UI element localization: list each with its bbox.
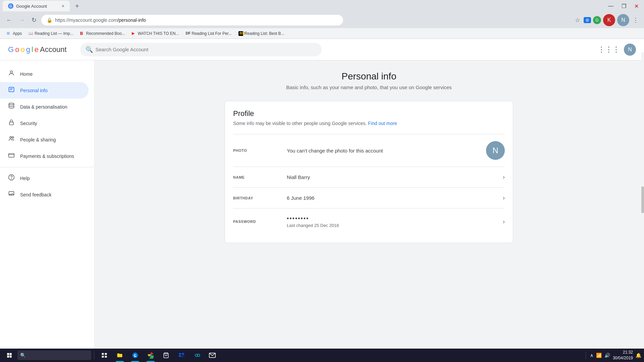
- wifi-icon[interactable]: 📶: [596, 353, 602, 358]
- refresh-button[interactable]: ↻: [30, 15, 39, 25]
- bookmark-808-label: Reading List: Best B...: [245, 31, 284, 36]
- extension-icon-1[interactable]: ⊞: [584, 17, 591, 23]
- taskbar: 🔍: [0, 349, 644, 362]
- bookmark-apps[interactable]: ⊞ Apps: [4, 31, 24, 37]
- edge-button[interactable]: [128, 349, 143, 362]
- profile-card-desc-text: Some info may be visible to other people…: [233, 121, 367, 126]
- search-icon: 🔍: [86, 46, 93, 53]
- sidebar-item-people[interactable]: People & sharing: [0, 131, 89, 148]
- bookmark-df[interactable]: DF Reading List For Per...: [183, 31, 234, 37]
- tab-favicon: G: [8, 3, 13, 9]
- minimize-button[interactable]: —: [605, 2, 616, 10]
- birthday-chevron-icon: ›: [503, 194, 505, 201]
- start-button[interactable]: [3, 349, 16, 362]
- svg-rect-5: [9, 122, 13, 125]
- svg-point-7: [12, 136, 14, 138]
- infinity-button[interactable]: [190, 349, 204, 362]
- shopping-button[interactable]: [159, 349, 173, 362]
- home-icon: [8, 70, 15, 78]
- close-button[interactable]: ✕: [632, 2, 641, 11]
- forward-button[interactable]: →: [17, 15, 27, 25]
- taskview-button[interactable]: [97, 349, 112, 362]
- header-user-avatar[interactable]: K: [603, 14, 615, 26]
- sidebar-item-help-label: Help: [20, 176, 30, 181]
- maximize-button[interactable]: ❐: [619, 2, 629, 11]
- payments-icon: [8, 152, 15, 160]
- back-button[interactable]: ←: [4, 15, 14, 25]
- name-label: NAME: [233, 175, 287, 179]
- birthday-value: 6 June 1996: [287, 195, 503, 201]
- sidebar-item-personal-info[interactable]: Personal info: [0, 82, 89, 99]
- google-account-logo: Google Account: [8, 45, 67, 54]
- sidebar-item-home[interactable]: Home: [0, 66, 89, 82]
- taskbar-search-icon: 🔍: [20, 353, 26, 358]
- sidebar: Home Personal info Data & personalisatio…: [0, 60, 94, 349]
- page-title: Personal info: [107, 71, 631, 82]
- svg-rect-15: [102, 356, 104, 358]
- volume-icon[interactable]: 🔊: [604, 353, 610, 358]
- apps-bookmark-icon: ⊞: [7, 31, 11, 36]
- svg-rect-8: [9, 154, 14, 157]
- scrollbar-thumb[interactable]: [641, 186, 644, 213]
- birthday-label: BIRTHDAY: [233, 196, 287, 200]
- taskbar-right: ∧ 📶 🔊 21:32 30/04/2019 🔔: [584, 350, 641, 361]
- address-text: https://myaccount.google.com/personal-in…: [55, 17, 146, 23]
- password-label: PASSWORD: [233, 220, 287, 224]
- 808-icon: 808: [238, 31, 243, 36]
- data-icon: [8, 103, 15, 111]
- bookmark-recommended[interactable]: B Recommended Boo...: [77, 31, 128, 37]
- bookmark-star-button[interactable]: ☆: [574, 15, 582, 25]
- chrome-button[interactable]: [143, 349, 158, 362]
- extension-icon-2[interactable]: G: [593, 16, 601, 24]
- tab-close-button[interactable]: ×: [62, 3, 64, 9]
- sidebar-divider: [0, 167, 94, 167]
- browser-tab[interactable]: G Google Account ×: [3, 1, 70, 11]
- password-last-changed: Last changed 25 Dec 2018: [287, 223, 503, 228]
- apps-grid-icon[interactable]: ⋮⋮⋮: [598, 45, 620, 54]
- page-subtitle: Basic info, such as your name and photo,…: [107, 84, 631, 90]
- logo-letter-g2: g: [26, 45, 30, 54]
- password-dots: ••••••••: [287, 215, 503, 222]
- taskbar-clock[interactable]: 21:32 30/04/2019: [613, 350, 633, 361]
- sidebar-item-feedback[interactable]: Send feedback: [0, 186, 89, 203]
- name-value: Niall Barry: [287, 174, 503, 180]
- sidebar-item-help[interactable]: Help: [0, 170, 89, 186]
- birthday-row[interactable]: BIRTHDAY 6 June 1996 ›: [233, 187, 505, 208]
- lock-icon: 🔒: [47, 17, 52, 23]
- logo-letter-g: G: [8, 45, 14, 54]
- svg-rect-16: [105, 356, 107, 358]
- bookmark-808[interactable]: 808 Reading List: Best B...: [236, 31, 287, 37]
- svg-point-11: [11, 179, 12, 179]
- password-row[interactable]: PASSWORD •••••••• Last changed 25 Dec 20…: [233, 208, 505, 235]
- search-box[interactable]: 🔍: [80, 43, 322, 56]
- bookmark-youtube[interactable]: ▶ WATCH THIS TO EN...: [129, 31, 182, 37]
- bookmark-reading-list[interactable]: 📖 Reading List — Imp...: [26, 31, 76, 37]
- sidebar-item-payments[interactable]: Payments & subscriptions: [0, 148, 89, 164]
- mail-button[interactable]: [205, 349, 220, 362]
- dropbox-button[interactable]: [174, 349, 189, 362]
- notification-bell-icon[interactable]: 🔔: [636, 353, 641, 358]
- bookmark-recommended-label: Recommended Boo...: [86, 31, 125, 36]
- menu-button[interactable]: ⋮: [631, 15, 640, 25]
- address-bar[interactable]: 🔒 https://myaccount.google.com/personal-…: [41, 15, 343, 25]
- search-input[interactable]: [96, 47, 316, 52]
- new-tab-button[interactable]: +: [72, 1, 82, 11]
- sidebar-item-data[interactable]: Data & personalisation: [0, 99, 89, 115]
- photo-avatar: N: [486, 141, 505, 160]
- profile-card-desc: Some info may be visible to other people…: [233, 121, 505, 126]
- notification-icon[interactable]: ∧: [590, 353, 593, 358]
- taskbar-search[interactable]: 🔍: [17, 351, 91, 360]
- sidebar-item-people-label: People & sharing: [20, 137, 56, 142]
- file-explorer-button[interactable]: [112, 349, 127, 362]
- logo-letter-o1: o: [15, 45, 19, 54]
- youtube-icon: ▶: [132, 31, 137, 36]
- sidebar-item-security[interactable]: Security: [0, 115, 89, 131]
- name-row[interactable]: NAME Niall Barry ›: [233, 167, 505, 187]
- taskbar-apps: [97, 349, 220, 362]
- account-avatar[interactable]: N: [624, 44, 636, 56]
- svg-point-6: [10, 136, 11, 138]
- find-out-more-link[interactable]: Find out more: [368, 121, 397, 126]
- main-content: Personal info Basic info, such as your n…: [94, 60, 644, 349]
- scrollbar-track[interactable]: [641, 52, 644, 213]
- header-user-avatar-n[interactable]: N: [617, 14, 629, 26]
